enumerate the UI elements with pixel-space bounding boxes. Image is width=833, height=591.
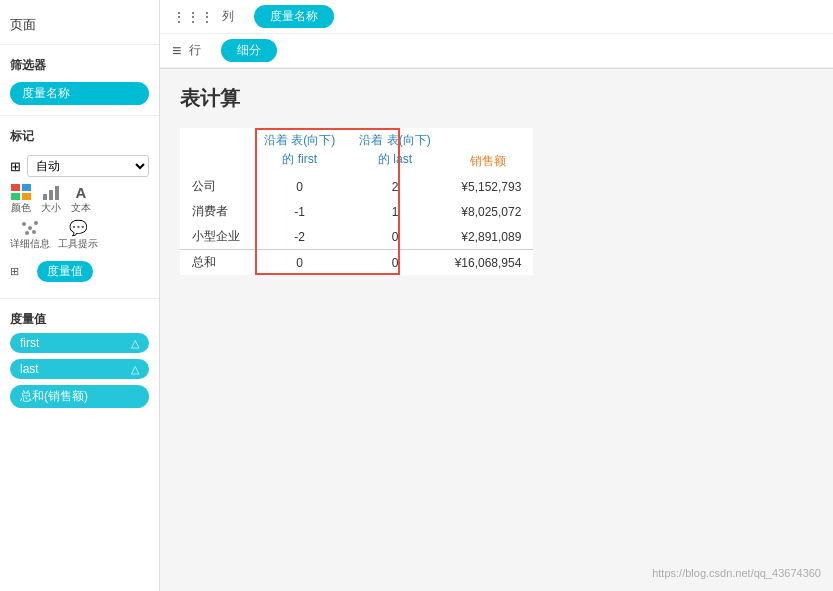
th-first-bottom: 的 first bbox=[282, 152, 317, 166]
svg-rect-2 bbox=[11, 193, 20, 200]
top-toolbar: ⋮⋮⋮ 列 度量名称 ≡ 行 细分 bbox=[160, 0, 833, 69]
detail-icons-row: 详细信息 💬 工具提示 bbox=[10, 219, 149, 251]
measure-item-first[interactable]: first △ bbox=[10, 333, 149, 353]
th-sales: 销售额 bbox=[443, 149, 534, 174]
table-body: 公司 0 2 ¥5,152,793 消费者 -1 1 ¥8,025,072 小型… bbox=[180, 174, 533, 275]
table-row: 总和 0 0 ¥16,068,954 bbox=[180, 250, 533, 276]
row-sales: ¥16,068,954 bbox=[443, 250, 534, 276]
svg-point-9 bbox=[34, 221, 38, 225]
text-icon: A bbox=[70, 183, 92, 201]
th-first-line2: 的 first bbox=[252, 149, 347, 174]
row-icon: ≡ bbox=[172, 42, 181, 60]
svg-point-7 bbox=[22, 222, 26, 226]
svg-rect-5 bbox=[49, 190, 53, 200]
mark-section: ⊞ 自动 颜色 bbox=[0, 149, 159, 292]
measure-value-pill[interactable]: 度量值 bbox=[37, 261, 93, 282]
tooltip-label: 工具提示 bbox=[58, 237, 98, 251]
filter-pill-measure-name[interactable]: 度量名称 bbox=[10, 82, 149, 105]
content-area: 表计算 沿着 表(向下) 沿着 表(向下) bbox=[160, 69, 833, 591]
row-label: 消费者 bbox=[180, 199, 252, 224]
row-last: 1 bbox=[347, 199, 442, 224]
svg-rect-0 bbox=[11, 184, 20, 191]
svg-point-10 bbox=[25, 231, 29, 235]
measure-first-label: first bbox=[20, 336, 39, 350]
row-sales: ¥2,891,089 bbox=[443, 224, 534, 250]
color-icon bbox=[10, 183, 32, 201]
th-empty bbox=[180, 128, 252, 149]
th-last-line2: 的 last bbox=[347, 149, 442, 174]
table-row: 消费者 -1 1 ¥8,025,072 bbox=[180, 199, 533, 224]
svg-rect-6 bbox=[55, 186, 59, 200]
row-first: 0 bbox=[252, 174, 347, 199]
mark-section-title: 标记 bbox=[0, 122, 159, 149]
mark-icons-row: 颜色 大小 A 文本 bbox=[10, 183, 149, 215]
row-toolbar-row: ≡ 行 细分 bbox=[160, 34, 833, 68]
color-label: 颜色 bbox=[11, 201, 31, 215]
size-label: 大小 bbox=[41, 201, 61, 215]
th-first-top: 沿着 表(向下) bbox=[264, 133, 335, 147]
th-last-top: 沿着 表(向下) bbox=[359, 133, 430, 147]
measure-item-last[interactable]: last △ bbox=[10, 359, 149, 379]
page-title: 表计算 bbox=[180, 85, 813, 112]
row-label: 公司 bbox=[180, 174, 252, 199]
detail-icon bbox=[19, 219, 41, 237]
row-first: 0 bbox=[252, 250, 347, 276]
row-label: 总和 bbox=[180, 250, 252, 276]
tooltip-icon: 💬 bbox=[67, 219, 89, 237]
mark-tooltip-item[interactable]: 💬 工具提示 bbox=[58, 219, 98, 251]
measure-first-delta: △ bbox=[131, 337, 139, 350]
svg-point-8 bbox=[28, 226, 32, 230]
row-first: -1 bbox=[252, 199, 347, 224]
main-area: ⋮⋮⋮ 列 度量名称 ≡ 行 细分 表计算 沿着 表(向下) bbox=[160, 0, 833, 591]
svg-rect-4 bbox=[43, 194, 47, 200]
svg-rect-1 bbox=[22, 184, 31, 191]
row-label: 行 bbox=[189, 42, 209, 59]
size-icon bbox=[40, 183, 62, 201]
row-pill[interactable]: 细分 bbox=[221, 39, 277, 62]
table-row: 公司 0 2 ¥5,152,793 bbox=[180, 174, 533, 199]
table-row: 小型企业 -2 0 ¥2,891,089 bbox=[180, 224, 533, 250]
col-icon: ⋮⋮⋮ bbox=[172, 9, 214, 25]
measure-value-row: ⊞ 度量值 bbox=[10, 257, 149, 286]
mark-auto-row: ⊞ 自动 bbox=[10, 155, 149, 177]
th-last-bottom: 的 last bbox=[378, 152, 412, 166]
mark-type-select[interactable]: 自动 bbox=[27, 155, 149, 177]
mark-detail-item[interactable]: 详细信息 bbox=[10, 219, 50, 251]
table-header-row-1: 沿着 表(向下) 沿着 表(向下) bbox=[180, 128, 533, 149]
sidebar: 页面 筛选器 度量名称 标记 ⊞ 自动 颜色 bbox=[0, 0, 160, 591]
th-last-line1: 沿着 表(向下) bbox=[347, 128, 442, 149]
calc-table: 沿着 表(向下) 沿着 表(向下) 的 first 的 last bbox=[180, 128, 533, 275]
row-last: 0 bbox=[347, 224, 442, 250]
table-header-row-2: 的 first 的 last 销售额 bbox=[180, 149, 533, 174]
th-sales-top bbox=[443, 128, 534, 149]
measures-section-title: 度量值 bbox=[0, 305, 159, 330]
col-label: 列 bbox=[222, 8, 242, 25]
detail-label: 详细信息 bbox=[10, 237, 50, 251]
svg-rect-3 bbox=[22, 193, 31, 200]
th-sales-label: 销售额 bbox=[470, 154, 506, 168]
row-sales: ¥8,025,072 bbox=[443, 199, 534, 224]
table-wrapper: 沿着 表(向下) 沿着 表(向下) 的 first 的 last bbox=[180, 128, 533, 275]
th-empty2 bbox=[180, 149, 252, 174]
col-pill[interactable]: 度量名称 bbox=[254, 5, 334, 28]
measure-last-delta: △ bbox=[131, 363, 139, 376]
table-icon: ⊞ bbox=[10, 159, 21, 174]
mark-color-item[interactable]: 颜色 bbox=[10, 183, 32, 215]
th-first-line1: 沿着 表(向下) bbox=[252, 128, 347, 149]
measure-item-sum[interactable]: 总和(销售额) bbox=[10, 385, 149, 408]
measure-last-label: last bbox=[20, 362, 39, 376]
row-first: -2 bbox=[252, 224, 347, 250]
mark-text-item[interactable]: A 文本 bbox=[70, 183, 92, 215]
row-sales: ¥5,152,793 bbox=[443, 174, 534, 199]
svg-point-11 bbox=[32, 230, 36, 234]
page-label: 页面 bbox=[0, 8, 159, 38]
measure-sum-label: 总和(销售额) bbox=[20, 388, 88, 405]
row-label: 小型企业 bbox=[180, 224, 252, 250]
watermark: https://blog.csdn.net/qq_43674360 bbox=[652, 567, 821, 579]
measure-expand-icon: ⊞ bbox=[10, 265, 19, 277]
col-toolbar-row: ⋮⋮⋮ 列 度量名称 bbox=[160, 0, 833, 34]
mark-size-item[interactable]: 大小 bbox=[40, 183, 62, 215]
row-last: 2 bbox=[347, 174, 442, 199]
text-label: 文本 bbox=[71, 201, 91, 215]
filter-section-title: 筛选器 bbox=[0, 51, 159, 78]
